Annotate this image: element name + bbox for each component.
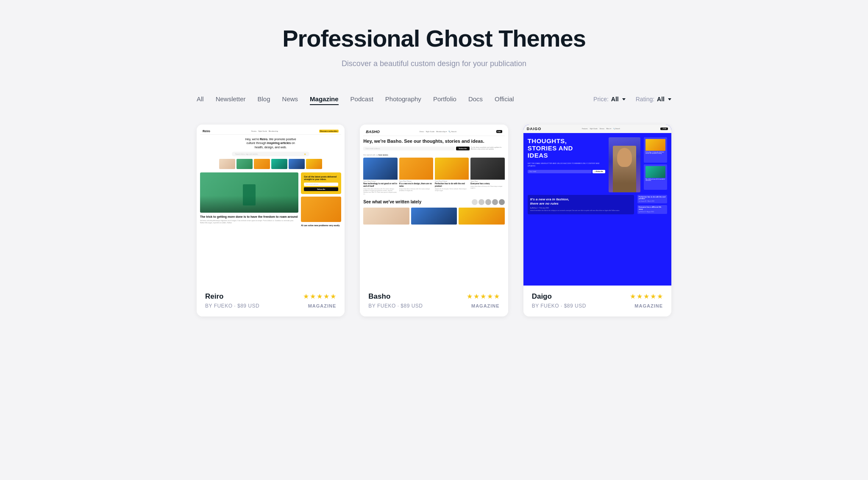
daigo-preview: DAIGO Features Style Guide Demos More ▾ … xyxy=(523,125,671,286)
page-title: Professional Ghost Themes xyxy=(197,25,671,52)
rating-label: Rating: xyxy=(636,96,654,103)
hero-subtitle: Discover a beautiful custom design for y… xyxy=(197,59,671,68)
filter-photography[interactable]: Photography xyxy=(385,94,421,105)
reiro-author: BY FUEKO · $89 USD xyxy=(205,303,259,309)
filter-official[interactable]: Official xyxy=(495,94,514,105)
daigo-info: Daigo ★ ★ ★ ★ ★ BY FUEKO · $89 USD MAGAZ… xyxy=(523,286,671,316)
daigo-stars: ★ ★ ★ ★ ★ xyxy=(630,292,663,300)
filter-docs[interactable]: Docs xyxy=(468,94,483,105)
basho-badge: MAGAZINE xyxy=(471,303,500,308)
hero-section: Professional Ghost Themes Discover a bea… xyxy=(197,25,671,68)
filter-news[interactable]: News xyxy=(282,94,298,105)
basho-stars: ★ ★ ★ ★ ★ xyxy=(467,292,500,300)
themes-grid: Reiro Stories Style Guide Membership Bec… xyxy=(197,125,671,316)
reiro-name: Reiro xyxy=(205,292,223,301)
basho-preview: BASHO Demo Style Guide Membership ▾ 🔍 Se… xyxy=(360,125,508,286)
theme-card-basho[interactable]: BASHO Demo Style Guide Membership ▾ 🔍 Se… xyxy=(360,125,508,316)
filter-all[interactable]: All xyxy=(197,94,204,105)
basho-info: Basho ★ ★ ★ ★ ★ BY FUEKO · $89 USD MAGAZ… xyxy=(360,286,508,316)
reiro-stars: ★ ★ ★ ★ ★ xyxy=(303,292,336,300)
daigo-name: Daigo xyxy=(532,292,552,301)
theme-card-reiro[interactable]: Reiro Stories Style Guide Membership Bec… xyxy=(197,125,345,316)
basho-name: Basho xyxy=(368,292,390,301)
reiro-badge: MAGAZINE xyxy=(308,303,337,308)
reiro-info: Reiro ★ ★ ★ ★ ★ BY FUEKO · $89 USD MAGAZ… xyxy=(197,286,345,316)
filter-right: Price: All Rating: All xyxy=(593,96,671,103)
reiro-preview: Reiro Stories Style Guide Membership Bec… xyxy=(197,125,345,286)
filter-magazine[interactable]: Magazine xyxy=(310,94,339,105)
price-label: Price: xyxy=(593,96,609,103)
rating-filter[interactable]: Rating: All xyxy=(636,96,671,103)
daigo-author: BY FUEKO · $89 USD xyxy=(532,303,586,309)
theme-card-daigo[interactable]: DAIGO Features Style Guide Demos More ▾ … xyxy=(523,125,671,316)
filter-categories: All Newsletter Blog News Magazine Podcas… xyxy=(197,94,514,105)
filter-podcast[interactable]: Podcast xyxy=(351,94,373,105)
daigo-badge: MAGAZINE xyxy=(634,303,663,308)
filter-bar: All Newsletter Blog News Magazine Podcas… xyxy=(197,94,671,109)
page-wrapper: Professional Ghost Themes Discover a bea… xyxy=(180,0,688,342)
price-value: All xyxy=(611,96,619,103)
filter-blog[interactable]: Blog xyxy=(258,94,270,105)
rating-value: All xyxy=(657,96,665,103)
filter-newsletter[interactable]: Newsletter xyxy=(216,94,246,105)
price-chevron-icon xyxy=(622,98,626,100)
filter-portfolio[interactable]: Portfolio xyxy=(433,94,456,105)
rating-chevron-icon xyxy=(668,98,671,100)
basho-author: BY FUEKO · $89 USD xyxy=(368,303,423,309)
price-filter[interactable]: Price: All xyxy=(593,96,626,103)
